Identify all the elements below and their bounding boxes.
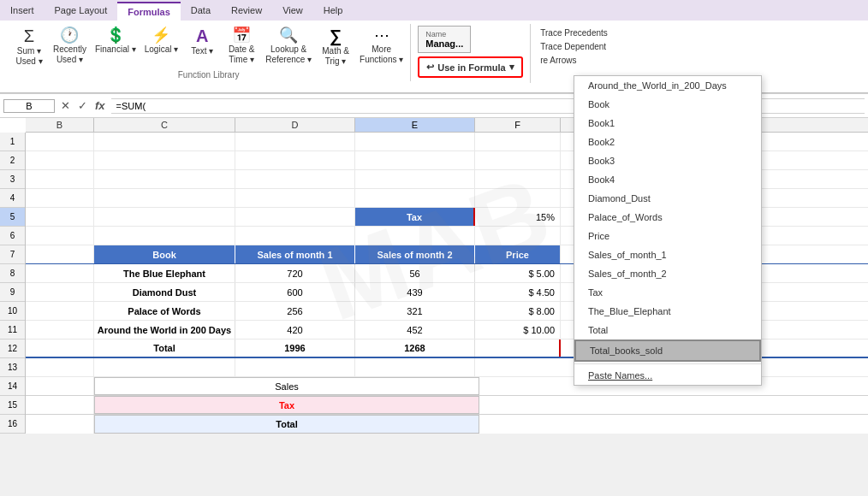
dropdown-item-book1[interactable]: Book1 [574,114,761,133]
dropdown-item-total[interactable]: Total [574,321,761,340]
cell[interactable] [26,415,94,434]
cell[interactable] [355,133,475,151]
sales2-cell[interactable]: 56 [355,264,475,282]
cell[interactable] [94,208,235,226]
dropdown-item-book[interactable]: Book [574,95,761,114]
cell[interactable] [26,227,94,245]
sales2-header-cell[interactable]: Sales of month 2 [355,245,475,263]
tab-help[interactable]: Help [313,2,354,21]
trace-precedents-button[interactable]: Trace Precedents [538,27,610,38]
book-header-cell[interactable]: Book [94,245,235,263]
cell[interactable] [235,133,355,151]
cell[interactable] [26,358,94,376]
total-sales2-cell[interactable]: 1268 [355,340,475,357]
cell[interactable] [26,377,94,395]
price-cell[interactable]: $ 5.00 [475,264,561,282]
cell[interactable] [94,227,235,245]
cell[interactable] [26,245,94,263]
trace-dependents-button[interactable]: Trace Dependent [538,41,610,52]
cell[interactable] [355,151,475,169]
financial-button[interactable]: 💲 Financial ▾ [92,26,140,56]
price-header-cell[interactable]: Price [475,245,561,263]
math-trig-button[interactable]: ∑ Math &Trig ▾ [317,26,354,68]
dropdown-item-total-books-sold[interactable]: Total_books_sold [574,340,761,362]
recently-used-button[interactable]: 🕐 RecentlyUsed ▾ [50,26,90,67]
cell[interactable] [355,358,475,376]
book-name-cell[interactable]: Palace of Words [94,302,235,320]
sales1-cell[interactable]: 720 [235,264,355,282]
book-name-cell[interactable]: Around the World in 200 Days [94,321,235,339]
cell[interactable] [475,358,561,376]
fx-icon[interactable]: fx [92,98,108,113]
sum-button[interactable]: Σ Sum ▾Used ▾ [10,26,48,68]
price-cell[interactable]: $ 10.00 [475,321,561,339]
more-functions-button[interactable]: ⋯ MoreFunctions ▾ [356,26,407,67]
cell[interactable] [355,227,475,245]
dropdown-item-palace[interactable]: Palace_of_Words [574,208,761,227]
date-time-button[interactable]: 📅 Date &Time ▾ [223,26,260,67]
tab-page-layout[interactable]: Page Layout [45,2,118,21]
book-name-cell[interactable]: The Blue Elephant [94,264,235,282]
sales2-cell[interactable]: 439 [355,283,475,301]
total-summary-cell[interactable]: Total [94,415,479,434]
price-cell[interactable]: $ 4.50 [475,283,561,301]
cell[interactable] [235,208,355,226]
cell[interactable] [235,151,355,169]
cell[interactable] [26,396,94,414]
use-in-formula-button[interactable]: ↩ Use in Formula ▾ [418,56,523,78]
tax-value-cell[interactable]: 15% [475,208,561,226]
dropdown-item-sales2[interactable]: Sales_of_month_2 [574,264,761,283]
cell[interactable] [26,151,94,169]
dropdown-item-book4[interactable]: Book4 [574,170,761,189]
arrows-button[interactable]: re Arrows [538,55,610,66]
cell[interactable] [94,170,235,188]
tab-view[interactable]: View [272,2,313,21]
name-manager-button[interactable]: Name Manag... [418,26,471,53]
sales1-cell[interactable]: 256 [235,302,355,320]
cell[interactable] [235,358,355,376]
sales1-header-cell[interactable]: Sales of month 1 [235,245,355,263]
cell[interactable] [475,189,561,207]
cell[interactable] [26,170,94,188]
sales1-cell[interactable]: 600 [235,283,355,301]
cell[interactable] [235,170,355,188]
cell[interactable] [26,340,94,357]
dropdown-item-blue-elephant[interactable]: The_Blue_Elephant [574,302,761,321]
logical-button[interactable]: ⚡ Logical ▾ [141,26,181,56]
tax-cell[interactable]: Tax [355,208,475,226]
cell[interactable] [94,189,235,207]
dropdown-item-price[interactable]: Price [574,227,761,245]
text-button[interactable]: A Text ▾ [183,26,221,58]
book-name-cell[interactable]: Diamond Dust [94,283,235,301]
cell[interactable] [26,189,94,207]
lookup-reference-button[interactable]: 🔍 Lookup &Reference ▾ [262,26,315,67]
tab-review[interactable]: Review [221,2,272,21]
paste-names-item[interactable]: Paste Names... [574,366,761,385]
cell[interactable] [475,227,561,245]
dropdown-item-book3[interactable]: Book3 [574,151,761,170]
cell[interactable] [475,170,561,188]
confirm-icon[interactable]: ✓ [75,98,90,113]
cell[interactable] [235,227,355,245]
cell[interactable] [26,133,94,151]
sales2-cell[interactable]: 452 [355,321,475,339]
sales2-cell[interactable]: 321 [355,302,475,320]
dropdown-item-tax[interactable]: Tax [574,283,761,302]
tab-insert[interactable]: Insert [0,2,45,21]
cell[interactable] [475,133,561,151]
dropdown-item-diamond[interactable]: Diamond_Dust [574,189,761,208]
cell[interactable] [355,189,475,207]
dropdown-item-book2[interactable]: Book2 [574,133,761,151]
cell[interactable] [94,358,235,376]
cell[interactable] [235,189,355,207]
cell[interactable] [26,321,94,339]
cancel-icon[interactable]: ✕ [58,98,73,113]
price-cell[interactable]: $ 8.00 [475,302,561,320]
tax-summary-cell[interactable]: Tax [94,396,479,414]
name-box[interactable]: B [3,99,55,113]
sales-summary-cell[interactable]: Sales [94,377,479,395]
sales1-cell[interactable]: 420 [235,321,355,339]
tab-data[interactable]: Data [181,2,221,21]
cell[interactable] [26,302,94,320]
dropdown-item-sales1[interactable]: Sales_of_month_1 [574,245,761,264]
